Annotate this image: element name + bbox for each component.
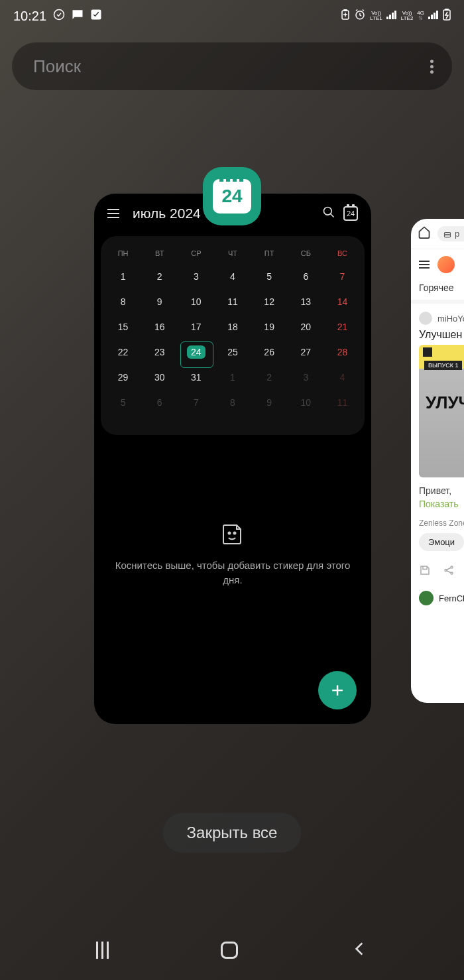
today-icon[interactable]: 24 xyxy=(343,206,358,221)
share-icon[interactable] xyxy=(443,564,455,579)
calendar-day[interactable]: 6 xyxy=(141,390,178,415)
calendar-day[interactable]: 8 xyxy=(214,390,251,415)
calendar-app-icon[interactable]: 24 xyxy=(203,167,261,225)
net-indicator: 4G ⇅ xyxy=(417,11,424,21)
calendar-day[interactable]: 1 xyxy=(105,264,141,289)
calendar-day[interactable]: 5 xyxy=(251,264,288,289)
tab-hot[interactable]: Горячее xyxy=(419,282,454,293)
calendar-day[interactable]: 3 xyxy=(288,365,324,390)
calendar-dow: ЧТ xyxy=(214,245,251,264)
calendar-day[interactable]: 15 xyxy=(105,314,141,339)
save-icon[interactable] xyxy=(419,564,431,579)
search-icon[interactable] xyxy=(322,206,335,221)
calendar-day[interactable]: 9 xyxy=(251,390,288,415)
battery-saver-icon xyxy=(341,9,350,23)
nav-home-button[interactable] xyxy=(221,942,238,959)
nav-back-button[interactable] xyxy=(351,940,368,960)
next-post-author[interactable]: FernClo xyxy=(411,584,464,612)
calendar-day[interactable]: 28 xyxy=(324,339,361,365)
calendar-day[interactable]: 13 xyxy=(288,289,324,314)
svg-rect-4 xyxy=(386,17,388,19)
browser-toolbar: p xyxy=(411,219,464,249)
menu-icon[interactable] xyxy=(107,209,119,218)
calendar-day[interactable]: 8 xyxy=(105,289,141,314)
recent-card-browser[interactable]: p Горячее miHoYo Улучшен ВЫПУСК 1 УЛУЧ П xyxy=(411,219,464,703)
avatar-icon xyxy=(419,591,434,605)
calendar-day[interactable]: 26 xyxy=(251,339,288,365)
calendar-day[interactable]: 11 xyxy=(324,390,361,415)
calendar-day[interactable]: 23 xyxy=(141,339,178,365)
calendar-dow: ПН xyxy=(105,245,141,264)
sticker-icon xyxy=(221,522,245,546)
site-menu-icon[interactable] xyxy=(419,261,430,269)
calendar-day[interactable]: 27 xyxy=(288,339,324,365)
calendar-day[interactable]: 12 xyxy=(251,289,288,314)
recent-apps-carousel[interactable]: 24 июль 2024 24 ПНВТСРЧТПТСБВС 123456789… xyxy=(0,186,464,729)
calendar-day[interactable]: 22 xyxy=(105,339,141,365)
sim2-indicator: Vo)) LTE2 xyxy=(401,11,414,21)
close-all-button[interactable]: Закрыть все xyxy=(163,813,302,853)
finder-search-bar[interactable]: Поиск xyxy=(12,42,452,90)
calendar-week-row: 567891011 xyxy=(105,390,361,415)
calendar-day[interactable]: 14 xyxy=(324,289,361,314)
calendar-day[interactable]: 31 xyxy=(178,365,214,390)
calendar-week-row: 22232425262728 xyxy=(105,339,361,365)
svg-rect-10 xyxy=(434,13,435,19)
calendar-week-row: 1234567 xyxy=(105,264,361,289)
status-bar: 10:21 Vo)) LTE1 Vo)) LTE2 4G ⇅ xyxy=(0,0,464,32)
calendar-day[interactable]: 10 xyxy=(288,390,324,415)
more-options-icon[interactable] xyxy=(430,58,434,76)
calendar-day[interactable]: 21 xyxy=(324,314,361,339)
calendar-day[interactable]: 24 xyxy=(178,339,214,365)
calendar-day[interactable]: 9 xyxy=(141,289,178,314)
reaction-chip[interactable]: Эмоци xyxy=(419,533,464,551)
calendar-day[interactable]: 11 xyxy=(214,289,251,314)
calendar-day[interactable]: 6 xyxy=(288,264,324,289)
calendar-day[interactable]: 2 xyxy=(251,365,288,390)
nav-recents-button[interactable] xyxy=(96,942,109,959)
calendar-day[interactable]: 20 xyxy=(288,314,324,339)
calendar-week-row: 891011121314 xyxy=(105,289,361,314)
post-image[interactable]: ВЫПУСК 1 УЛУЧ xyxy=(419,345,464,477)
svg-rect-5 xyxy=(389,15,391,19)
search-placeholder: Поиск xyxy=(33,56,81,77)
sim1-indicator: Vo)) LTE1 xyxy=(370,11,382,21)
post-author[interactable]: miHoYo xyxy=(419,312,464,325)
svg-point-15 xyxy=(229,532,231,534)
add-event-fab[interactable]: + xyxy=(318,671,357,709)
post-actions xyxy=(411,559,464,584)
calendar-grid[interactable]: ПНВТСРЧТПТСБВС 1234567891011121314151617… xyxy=(101,236,365,435)
site-logo-icon[interactable] xyxy=(437,256,455,273)
alarm-icon xyxy=(354,9,366,23)
calendar-day[interactable]: 4 xyxy=(324,365,361,390)
calendar-day[interactable]: 7 xyxy=(178,390,214,415)
calendar-week-row: 15161718192021 xyxy=(105,314,361,339)
home-icon[interactable] xyxy=(418,225,431,242)
calendar-day[interactable]: 4 xyxy=(214,264,251,289)
calendar-day[interactable]: 25 xyxy=(214,339,251,365)
post-meta: Zenless Zone xyxy=(419,519,464,528)
calendar-day[interactable]: 17 xyxy=(178,314,214,339)
calendar-day[interactable]: 16 xyxy=(141,314,178,339)
sticker-hint-text: Коснитесь выше, чтобы добавить стикер дл… xyxy=(114,558,351,587)
calendar-day[interactable]: 18 xyxy=(214,314,251,339)
calendar-day[interactable]: 2 xyxy=(141,264,178,289)
calendar-day[interactable]: 19 xyxy=(251,314,288,339)
navigation-bar xyxy=(0,920,464,980)
calendar-day[interactable]: 3 xyxy=(178,264,214,289)
recent-card-calendar[interactable]: июль 2024 24 ПНВТСРЧТПТСБВС 123456789101… xyxy=(94,194,371,724)
calendar-day[interactable]: 5 xyxy=(105,390,141,415)
show-more-link[interactable]: Показать xyxy=(419,499,464,509)
calendar-week-row: 2930311234 xyxy=(105,365,361,390)
url-bar[interactable]: p xyxy=(437,226,464,241)
calendar-dow: ПТ xyxy=(251,245,288,264)
post[interactable]: miHoYo Улучшен ВЫПУСК 1 УЛУЧ Привет, Пок… xyxy=(411,304,464,559)
svg-point-0 xyxy=(54,10,64,20)
calendar-day[interactable]: 7 xyxy=(324,264,361,289)
calendar-day[interactable]: 10 xyxy=(178,289,214,314)
calendar-day[interactable]: 29 xyxy=(105,365,141,390)
calendar-day[interactable]: 30 xyxy=(141,365,178,390)
sticker-empty-state[interactable]: Коснитесь выше, чтобы добавить стикер дл… xyxy=(94,443,371,587)
calendar-day[interactable]: 1 xyxy=(214,365,251,390)
avatar-icon xyxy=(419,312,432,325)
